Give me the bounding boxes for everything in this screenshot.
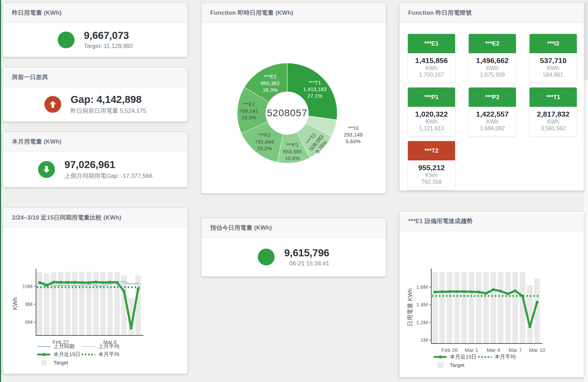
panel-title: 昨日用電量 (KWh)	[12, 9, 62, 17]
panel-header: 2/24~3/10 近15日同期用電量比較 (KWh)	[3, 208, 187, 228]
lamp-card-unit: KWh	[409, 119, 454, 125]
lamp-card-unit: KWh	[531, 65, 575, 71]
panel-estimate-today: 預估今日用電量 (KWh) 9,615,796 06-21 15:34:41	[201, 218, 386, 277]
lamp-card-p2: ***P2 1,422,557 KWh 1,684,092	[468, 87, 516, 137]
lamp-card-unit: KWh	[531, 119, 575, 125]
legend-row: 本月近15日本月平均	[37, 350, 119, 359]
lamp-card-value: 537,710	[531, 56, 575, 65]
panel-header: 與前一日差異	[3, 68, 187, 87]
svg-text:Mar 4: Mar 4	[487, 347, 500, 353]
panel-month-usage: 本月用電量 (KWh) 97,026,961 上個月同期用電Gap: -17,3…	[3, 132, 188, 187]
thick-dotted-line-swatch	[82, 354, 95, 355]
svg-text:Feb 26: Feb 26	[441, 347, 458, 353]
panel-title: 與前一日差異	[12, 73, 48, 81]
legend-item[interactable]: Target	[37, 360, 68, 366]
legend-label: 本月平均	[495, 354, 516, 360]
panel-realtime-usage: Function 即時日用電量 (KWh) ***T11,413,18327.1…	[201, 3, 386, 194]
target-swatch	[41, 360, 47, 366]
estimate-timestamp: 06-21 15:34:41	[284, 260, 329, 267]
legend-label: Target	[450, 362, 465, 368]
panel-header: 預估今日用電量 (KWh)	[201, 218, 386, 238]
lamp-card-header: ***T1	[530, 88, 577, 107]
panel-yesterday-usage: 昨日用電量 (KWh) 9,667,073 Target: 11,128,992	[3, 3, 188, 57]
legend-item[interactable]: 上月同期	[37, 343, 82, 350]
legend-item[interactable]: 本月近15日	[37, 351, 82, 358]
lamp-card-i3: ***I3 537,710 KWh 584,861	[529, 34, 577, 83]
lamp-card-unit: KWh	[409, 172, 454, 179]
lamp-card-e1: ***E1 1,415,856 KWh 1,700,157	[408, 34, 455, 83]
lamp-card-value: 955,212	[409, 164, 454, 172]
lamp-card-p1: ***P1 1,020,322 KWh 1,121,613	[408, 87, 455, 137]
lamp-card-value: 1,415,856	[409, 56, 454, 65]
dotted-line-swatch	[82, 346, 95, 347]
lamp-card-header: ***P2	[469, 88, 516, 107]
lamp-card-unit: KWh	[409, 65, 454, 71]
legend-item[interactable]: 本月平均	[82, 351, 119, 358]
legend-label: Target	[54, 360, 68, 366]
svg-text:10M: 10M	[22, 283, 33, 289]
legend-label: 上月同期	[54, 343, 75, 350]
thick-dotted-line-swatch	[478, 356, 491, 358]
svg-text:1.6M: 1.6M	[416, 284, 428, 290]
panel-title: 預估今日用電量 (KWh)	[210, 224, 272, 232]
legend-item[interactable]: 本月平均	[478, 354, 516, 360]
lamp-card-target: 1,684,092	[470, 125, 515, 132]
donut-chart[interactable]: ***T11,413,18327.1%***I3293,1495.63%***T…	[201, 23, 387, 194]
svg-text:1M: 1M	[420, 337, 428, 343]
legend-item[interactable]: 本月近15日	[433, 354, 478, 360]
panel-15day-compare: 2/24~3/10 近15日同期用電量比較 (KWh) 6M8M10MFeb 2…	[3, 208, 188, 374]
lamp-card-value: 1,422,557	[470, 110, 515, 118]
panel-title: 本月用電量 (KWh)	[12, 138, 62, 146]
lamp-card-header: ***P1	[408, 88, 455, 107]
lamp-card-target: 762,358	[409, 179, 454, 185]
legend-label: 本月平均	[98, 351, 119, 358]
legend-row: Target	[433, 361, 516, 369]
dashboard: 昨日用電量 (KWh) 9,667,073 Target: 11,128,992…	[0, 0, 588, 382]
legend-row: 本月近15日本月平均	[433, 353, 516, 361]
panel-title: ***E1 設備用電達成趨勢	[408, 217, 473, 225]
target-swatch	[438, 362, 443, 368]
lamp-card-t1: ***T1 2,817,832 KWh 3,591,562	[529, 87, 577, 137]
panel-header: Function 昨日用電燈號	[399, 3, 584, 23]
lamp-cards-grid: ***E1 1,415,856 KWh 1,700,157 ***E2 1,49…	[399, 23, 584, 190]
arrow-up-icon	[44, 96, 61, 113]
svg-text:KWh: KWh	[12, 297, 19, 310]
lamp-card-header: ***E1	[408, 34, 455, 53]
month-usage-gap: 上個月同期用電Gap: -17,377,566	[64, 172, 152, 180]
trend-chart-legend: 本月近15日本月平均Target	[433, 353, 516, 369]
legend-item[interactable]: Target	[433, 362, 465, 368]
line-swatch	[37, 346, 50, 347]
svg-text:1.4M: 1.4M	[416, 301, 428, 307]
svg-text:1.2M: 1.2M	[416, 319, 428, 325]
panel-header: Function 即時日用電量 (KWh)	[201, 3, 386, 23]
panel-lamp-status: Function 昨日用電燈號 ***E1 1,415,856 KWh 1,70…	[399, 3, 584, 191]
svg-text:5208057: 5208057	[267, 107, 307, 118]
day-gap-value: Gap: 4,142,898	[71, 94, 146, 105]
svg-text:***I3293,1495.63%: ***I3293,1495.63%	[343, 125, 362, 144]
estimate-value: 9,615,796	[284, 247, 329, 259]
legend-row: Target	[37, 359, 119, 367]
lamp-card-target: 584,861	[531, 72, 575, 78]
panel-header: 本月用電量 (KWh)	[3, 132, 187, 152]
yesterday-usage-target: Target: 11,128,992	[84, 43, 133, 50]
lamp-card-t2: ***T2 955,212 KWh 762,358	[408, 141, 455, 190]
legend-label: 本月近15日	[450, 354, 477, 360]
lamp-card-header: ***I3	[530, 34, 577, 53]
svg-text:Mar 10: Mar 10	[529, 347, 545, 353]
svg-text:日用電量 KWh: 日用電量 KWh	[407, 288, 413, 327]
svg-text:8M: 8M	[25, 301, 33, 307]
scrollbar-thumb[interactable]	[585, 0, 588, 81]
thick-line-swatch	[433, 356, 447, 358]
panel-header: 昨日用電量 (KWh)	[3, 3, 187, 23]
svg-text:6M: 6M	[25, 319, 33, 325]
panel-title: Function 昨日用電燈號	[408, 9, 472, 17]
legend-label: 上月平均	[98, 343, 119, 350]
lamp-card-value: 1,020,322	[409, 110, 454, 118]
thick-line-swatch	[37, 354, 50, 355]
legend-item[interactable]: 上月平均	[82, 343, 119, 350]
panel-title: 2/24~3/10 近15日同期用電量比較 (KWh)	[12, 214, 121, 222]
lamp-card-value: 2,817,832	[531, 110, 575, 118]
lamp-card-unit: KWh	[470, 65, 515, 71]
svg-text:Mar 7: Mar 7	[509, 347, 522, 353]
lamp-card-target: 1,700,157	[409, 72, 454, 78]
